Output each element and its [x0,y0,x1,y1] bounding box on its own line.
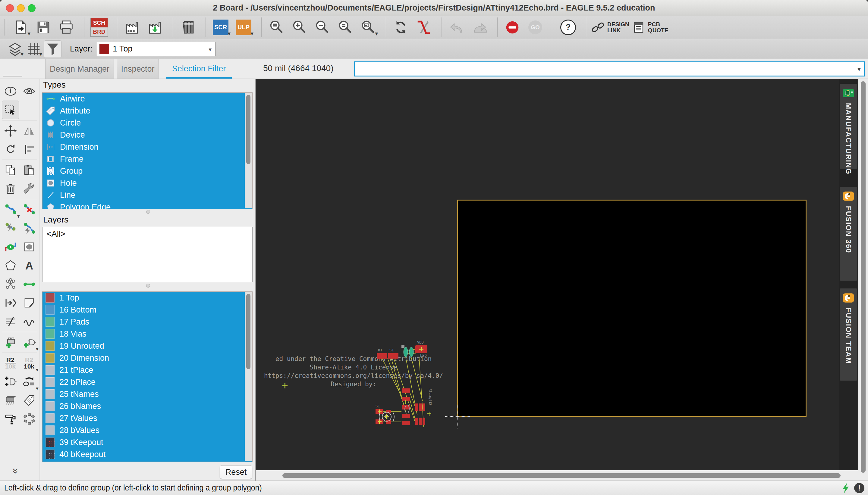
airwire-tool[interactable] [20,275,38,294]
layer-row-22-bplace[interactable]: 22 bPlace [43,376,252,388]
pcb-quote-button[interactable]: PCBQUOTE [632,18,669,37]
text-tool[interactable]: A [20,256,38,275]
command-combobox[interactable]: ▾ [354,62,865,76]
types-scrollbar[interactable] [245,93,252,208]
type-row-frame[interactable]: Frame [43,153,252,165]
name-tool[interactable] [20,140,38,159]
layer-row-41-trestrict[interactable]: 41 tRestrict [43,460,252,462]
group-select-tool[interactable] [2,101,19,119]
run-ulp-button[interactable]: ULP▾ [233,18,253,37]
layer-row-16-bottom[interactable]: 16 Bottom [43,304,252,316]
library-manager-button[interactable] [178,18,198,37]
run-script-button[interactable]: SCR▾ [211,18,231,37]
vertical-scrollbar-thumb[interactable] [861,81,866,473]
type-row-line[interactable]: Line [43,189,252,201]
type-row-dimension[interactable]: Dimension [43,141,252,153]
canvas-vertical-scrollbar[interactable] [858,79,868,480]
type-row-attribute[interactable]: Attribute [43,105,252,117]
layer-row-17-pads[interactable]: 17 Pads [43,316,252,328]
layer-select[interactable]: 1 Top ▾ [97,42,215,56]
minimize-window-icon[interactable] [17,4,25,12]
paste-tool[interactable] [20,161,38,180]
type-row-airwire[interactable]: Airwire [43,93,252,105]
stop-button[interactable] [503,18,522,37]
reset-button[interactable]: Reset [220,465,252,479]
tab-selection-filter[interactable]: Selection Filter [166,59,232,79]
polygon-tool[interactable] [2,256,19,275]
manufacturing-tab[interactable]: MANUFACTURING [840,84,857,169]
zoom-fit-button[interactable] [266,18,286,37]
replace-tool[interactable]: ▾ [20,373,38,391]
schematic-board-toggle[interactable]: SCHBRD [89,18,109,37]
rotate-tool[interactable] [2,140,19,159]
design-link-button[interactable]: DESIGNLINK [591,18,629,37]
autorouter-tool[interactable] [2,294,19,312]
tab-design-manager[interactable]: Design Manager [45,59,114,79]
type-row-device[interactable]: Device [43,129,252,141]
tab-inspector[interactable]: Inspector [117,59,159,79]
ripup-tool[interactable] [20,200,38,219]
add-gate-tool[interactable]: ▾ [20,333,38,352]
layer-row-20-dimension[interactable]: 20 Dimension [43,352,252,364]
package-tool[interactable] [2,391,19,410]
change-tool[interactable] [20,180,38,198]
layer-row-27-tvalues[interactable]: 27 tValues [43,412,252,424]
info-tool[interactable]: i [2,82,19,101]
help-button[interactable]: ? [558,18,578,37]
unroute-tool[interactable] [2,219,19,238]
array-tool[interactable] [20,410,38,428]
canvas-horizontal-scrollbar[interactable] [256,470,858,480]
layer-scope-item[interactable]: <All> [43,227,252,239]
split-wire-tool[interactable] [20,219,38,238]
panel-splitter[interactable] [40,209,256,214]
value-tool[interactable]: R210k [2,354,19,373]
layer-row-39-tkeepout[interactable]: 39 tKeepout [43,436,252,448]
grid-settings-button[interactable]: ▾ [25,41,42,57]
layer-scope-list[interactable]: <All> [42,227,252,282]
show-tool[interactable] [20,82,38,101]
undo-button[interactable] [447,18,466,37]
type-row-hole[interactable]: Hole [43,177,252,189]
ratsnest-tool[interactable] [2,275,19,294]
print-button[interactable] [56,18,76,37]
zoom-select-button[interactable]: ▾ [358,18,378,37]
zoom-in-button[interactable] [289,18,309,37]
type-row-group[interactable]: Group [43,165,252,177]
mirror-tool[interactable] [20,121,38,140]
ratsnest-refresh-button[interactable] [391,18,411,37]
attribute-tool[interactable] [20,391,38,410]
generate-cam-data-button[interactable] [145,18,165,37]
new-open-document-button[interactable]: ▾ [11,18,30,37]
layer-row-25-tnames[interactable]: 25 tNames [43,388,252,400]
route-airwire-tool[interactable]: ▾ [2,200,19,219]
horizontal-scrollbar-thumb[interactable] [282,473,840,478]
save-button[interactable] [33,18,53,37]
layer-row-21-tplace[interactable]: 21 tPlace [43,364,252,376]
notification-icon[interactable]: ! [854,483,864,493]
board-canvas[interactable]: ed under the Creative Commons Attributio… [256,79,858,470]
layer-row-18-vias[interactable]: 18 Vias [43,328,252,340]
layer-row-1-top[interactable]: 1 Top [43,292,252,304]
layer-row-40-bkeepout[interactable]: 40 bKeepout [43,448,252,460]
maximize-window-icon[interactable] [28,4,36,12]
type-row-polygon-edge[interactable]: Polygon Edge [43,201,252,209]
redo-button[interactable] [470,18,489,37]
go-button[interactable]: GO [525,18,545,37]
command-input[interactable] [356,63,852,74]
add-part-tool[interactable] [2,333,19,352]
layer-row-28-bvalues[interactable]: 28 bValues [43,424,252,436]
via-tool[interactable] [2,238,19,256]
hole-tool[interactable] [20,238,38,256]
close-window-icon[interactable] [6,4,14,12]
move-tool[interactable] [2,121,19,140]
zoom-redraw-button[interactable] [335,18,355,37]
meander-tool[interactable] [2,312,19,331]
paint-tool[interactable] [2,410,19,428]
type-row-circle[interactable]: Circle [43,117,252,129]
more-tools-chevron-icon[interactable]: » [10,468,22,474]
panel-splitter[interactable] [40,283,256,288]
smash-tool[interactable]: R210k▾ [20,354,38,373]
pinswap-tool[interactable] [2,373,19,391]
cam-processor-button[interactable] [122,18,142,37]
layer-settings-button[interactable]: ▾ [6,41,23,57]
